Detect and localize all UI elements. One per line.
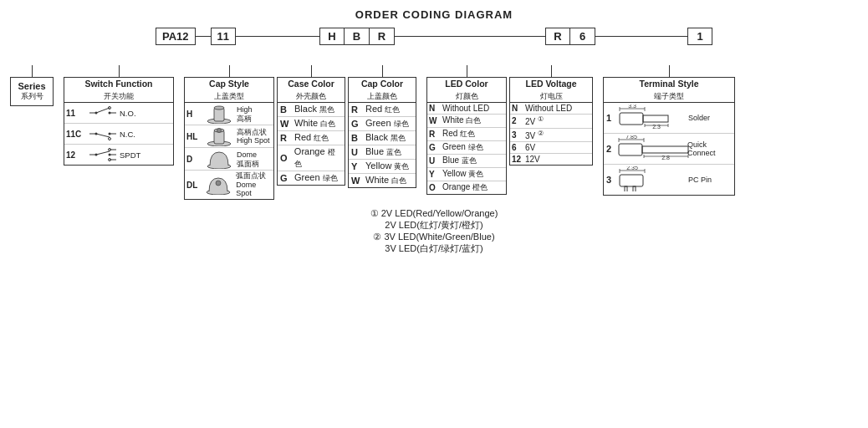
- code-11: 11: [211, 28, 236, 45]
- svg-rect-51: [620, 175, 643, 186]
- sf-diagram-nc: [88, 125, 118, 143]
- svg-rect-52: [625, 186, 627, 191]
- series-cn: 系列号: [13, 91, 51, 102]
- lv-row-2: 2 2V ①: [510, 115, 592, 128]
- cs-code-h: H: [186, 110, 202, 119]
- cap-img-domespot: [202, 175, 234, 195]
- cap-img-high: [203, 104, 235, 124]
- series-label: Series: [13, 81, 51, 91]
- led-voltage-section: LED Voltage 灯电压 N Without LED 2 2V ① 3 3…: [509, 65, 593, 166]
- led-color-n: N Without LED: [427, 103, 506, 115]
- cs-label-hl: 高柄点状 High Spot: [237, 128, 270, 145]
- ts-row-2: 2 7.85: [604, 134, 734, 165]
- switch-function-body: 11 N.O.: [64, 103, 173, 165]
- cap-img-highspot: [203, 126, 235, 146]
- svg-rect-41: [619, 144, 642, 155]
- case-color-w: W White 白色: [278, 117, 345, 131]
- svg-line-14: [96, 151, 110, 155]
- led-color-section: LED Color 灯颜色 N Without LED W White 白色 R…: [426, 65, 507, 195]
- case-color-title: Case Color 外壳颜色: [278, 78, 345, 103]
- code-r: R: [370, 28, 395, 45]
- case-color-b: B Black 黑色: [278, 103, 345, 117]
- sf-label-no: N.O.: [120, 109, 136, 118]
- cap-color-r: R Red 红色: [349, 103, 416, 117]
- svg-line-2: [96, 108, 110, 113]
- svg-text:7.85: 7.85: [625, 135, 637, 140]
- note-2: 2V LED(红灯/黄灯/橙灯): [10, 219, 858, 232]
- cap-img-dome: [203, 149, 235, 169]
- svg-rect-32: [643, 115, 668, 122]
- cs-code-dl: DL: [186, 181, 201, 190]
- sf-row-11: 11 N.O.: [64, 103, 173, 124]
- note-3: ② 3V LED(White/Green/Blue): [10, 232, 858, 242]
- switch-function-section: Switch Function 开关功能 11: [64, 65, 174, 166]
- cs-row-hl: HL 高柄点状 High Spot: [185, 125, 273, 148]
- sf-code-11: 11: [66, 109, 86, 118]
- svg-rect-31: [620, 113, 643, 125]
- cap-color-w: W White 白色: [349, 174, 416, 187]
- svg-text:2.35: 2.35: [626, 166, 638, 171]
- cap-color-rows: R Red 红色 G Green 绿色 B Black 黑色 U Blue 蓝色: [349, 103, 416, 187]
- cap-color-y: Y Yellow 黄色: [349, 160, 416, 174]
- cap-color-g: G Green 绿色: [349, 117, 416, 131]
- cs-label-d: Dome 弧面柄: [237, 150, 259, 168]
- case-color-r: R Red 红色: [278, 131, 345, 145]
- led-color-y: Y Yellow 黄色: [427, 168, 506, 181]
- case-color-rows: B Black 黑色 W White 白色 R Red 红色 O Orange …: [278, 103, 345, 185]
- led-voltage-rows: N Without LED 2 2V ① 3 3V ② 6 6V: [510, 103, 592, 165]
- ts-diagram-solder: 3.3 2.3: [618, 104, 685, 131]
- case-color-section: Case Color 外壳颜色 B Black 黑色 W White 白色 R …: [277, 65, 345, 186]
- sf-diagram-spdt: [88, 145, 118, 164]
- lv-row-3: 3 3V ②: [510, 129, 592, 142]
- cs-label-dl: 弧面点状 Dome Spot: [236, 171, 272, 198]
- code-1: 1: [687, 28, 712, 45]
- svg-line-8: [96, 134, 110, 137]
- cap-color-u: U Blue 蓝色: [349, 145, 416, 160]
- svg-rect-53: [633, 186, 636, 191]
- lv-row-12: 12 12V: [510, 154, 592, 165]
- svg-point-30: [216, 181, 221, 186]
- ts-label-qc: Quick Connect: [687, 140, 732, 157]
- ts-row-1: 1 3.3: [604, 103, 734, 134]
- led-voltage-title: LED Voltage 灯电压: [510, 78, 592, 103]
- svg-text:3.3: 3.3: [628, 104, 636, 109]
- cs-row-dl: DL 弧面点状 Dome Spot: [185, 171, 273, 199]
- svg-rect-42: [642, 146, 688, 153]
- note-4: 3V LED(白灯/绿灯/蓝灯): [10, 242, 858, 255]
- svg-text:2.8: 2.8: [661, 155, 670, 160]
- cs-code-d: D: [186, 155, 202, 164]
- ts-label-pcpin: PC Pin: [688, 176, 712, 184]
- led-color-u: U Blue 蓝色: [427, 155, 506, 168]
- cap-color-b: B Black 黑色: [349, 131, 416, 145]
- code-6: 6: [570, 28, 595, 45]
- led-color-rows: N Without LED W White 白色 R Red 红色 G Gree…: [427, 103, 506, 194]
- sf-row-12: 12: [64, 145, 173, 165]
- ts-diagram-pcpin: 2.35 0.75: [618, 166, 685, 193]
- cap-style-title: Cap Style 上盖类型: [185, 78, 273, 103]
- sf-row-11c: 11C N.C.: [64, 124, 173, 145]
- cs-row-h: H High 高柄: [185, 103, 273, 125]
- led-color-o: O Orange 橙色: [427, 181, 506, 194]
- led-color-r: R Red 红色: [427, 128, 506, 141]
- sf-label-nc: N.C.: [120, 130, 135, 139]
- ts-row-3: 3 2.35: [604, 165, 734, 195]
- ts-label-solder: Solder: [688, 114, 710, 122]
- sf-label-spdt: SPDT: [120, 150, 140, 160]
- bottom-notes: ① 2V LED(Red/Yellow/Orange) 2V LED(红灯/黄灯…: [10, 208, 858, 255]
- terminal-style-section: Terminal Style 端子类型 1: [603, 65, 735, 196]
- cap-color-section: Cap Color 上盖颜色 R Red 红色 G Green 绿色 B Bla…: [348, 65, 416, 188]
- cs-row-d: D Dome 弧面柄: [185, 148, 273, 171]
- note-1: ① 2V LED(Red/Yellow/Orange): [10, 208, 858, 219]
- sf-code-12: 12: [66, 150, 86, 160]
- sf-diagram-no: [88, 104, 118, 122]
- sf-code-11c: 11C: [66, 130, 86, 139]
- code-r2: R: [545, 28, 570, 45]
- cap-color-title: Cap Color 上盖颜色: [349, 78, 416, 103]
- svg-point-27: [217, 129, 222, 133]
- page-title: ORDER CODING DIAGRAM: [10, 8, 858, 21]
- cs-label-h: High 高柄: [237, 105, 253, 123]
- cs-code-hl: HL: [186, 132, 202, 141]
- ts-diagram-qc: 7.85 2.8: [617, 135, 684, 162]
- code-h: H: [319, 28, 345, 45]
- case-color-o: O Orange 橙色: [278, 145, 345, 171]
